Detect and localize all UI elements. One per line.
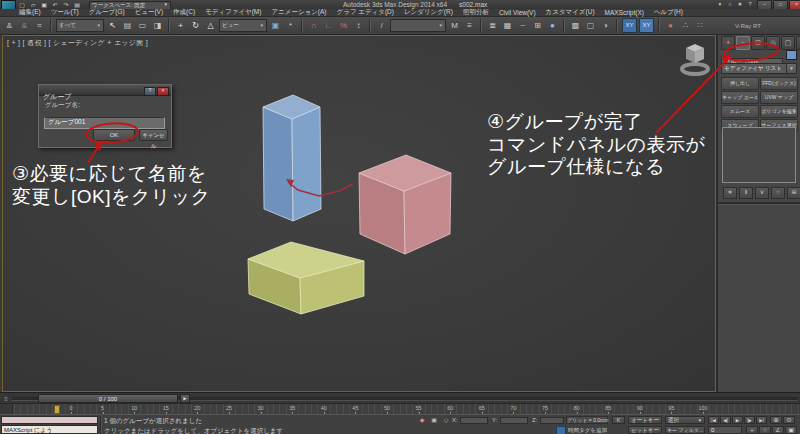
box-green[interactable]: [248, 242, 364, 314]
time-slider-handle[interactable]: 0 / 100: [38, 394, 178, 403]
mini-listener-grip-icon[interactable]: ≡: [2, 395, 10, 403]
menu-item-9[interactable]: 照明分析: [458, 8, 494, 17]
macro-recorder-field[interactable]: [1, 416, 98, 424]
modifier-stack-list[interactable]: [722, 127, 796, 183]
modifier-button-1[interactable]: FFD(ボックス): [760, 77, 798, 90]
menu-item-5[interactable]: モディファイヤ(M): [200, 8, 266, 17]
frame-number-input[interactable]: [708, 426, 742, 434]
menu-item-13[interactable]: ヘルプ(H): [649, 8, 688, 17]
snap-toggle-icon[interactable]: ∩: [307, 19, 320, 32]
named-sets-dropdown[interactable]: ▼: [390, 19, 446, 32]
current-frame-marker[interactable]: [54, 405, 60, 414]
z-coordinate-field[interactable]: [540, 417, 564, 424]
menu-item-8[interactable]: レンダリング(R): [399, 8, 458, 17]
modifier-list-dropdown[interactable]: モディファイヤ リスト ▼: [721, 63, 797, 74]
edit-named-sets-icon[interactable]: /: [375, 19, 388, 32]
fov-icon[interactable]: ∠: [772, 426, 784, 434]
select-and-link-icon[interactable]: &: [3, 19, 16, 32]
dialog-title-bar[interactable]: グループ ? ×: [39, 85, 171, 96]
prev-frame-button[interactable]: ◀|: [720, 416, 731, 424]
modifier-button-5[interactable]: ポリゴンを編集: [760, 105, 798, 118]
add-time-tag[interactable]: 時間タグを追加: [556, 426, 607, 434]
modifier-button-0[interactable]: 押し出し: [721, 77, 759, 90]
modifier-button-4[interactable]: スムーズ: [721, 105, 759, 118]
reference-coordinate-dropdown[interactable]: ビュー▼: [219, 19, 267, 32]
make-unique-icon[interactable]: ∨: [755, 187, 769, 199]
menu-item-3[interactable]: ビュー(V): [130, 8, 168, 17]
group-name-field[interactable]: [44, 110, 165, 122]
go-end-button[interactable]: ▶|: [756, 416, 767, 424]
group-name-input[interactable]: [44, 117, 165, 129]
select-object-icon[interactable]: ↖: [106, 19, 119, 32]
axis-constraint-xz-icon[interactable]: XY: [639, 18, 654, 33]
selection-set-dropdown[interactable]: 選択 ▼: [665, 416, 705, 424]
cancel-button[interactable]: キャンセル: [139, 129, 168, 141]
massfx-icon[interactable]: ●: [664, 19, 677, 32]
bind-to-spacewarp-icon[interactable]: ≈: [33, 19, 46, 32]
absolute-mode-icon[interactable]: ▣: [429, 416, 439, 424]
spinner-snap-icon[interactable]: ↕: [352, 19, 365, 32]
curve-editor-icon[interactable]: ~: [516, 19, 529, 32]
zoom-all-icon[interactable]: ⊙: [783, 416, 795, 424]
current-frame-field[interactable]: [708, 426, 742, 434]
select-by-name-icon[interactable]: ▤: [121, 19, 134, 32]
chevron-down-icon[interactable]: ▼: [786, 64, 796, 73]
viewcube-widget[interactable]: [682, 44, 708, 74]
help-icon[interactable]: ?: [746, 1, 754, 8]
layer-manager-icon[interactable]: ≣: [486, 19, 499, 32]
containers-icon[interactable]: ∷: [694, 19, 707, 32]
render-setup-icon[interactable]: ▩: [569, 19, 582, 32]
y-coordinate-field[interactable]: [500, 417, 528, 424]
select-scale-icon[interactable]: △: [204, 19, 217, 32]
object-color-swatch[interactable]: [786, 50, 797, 60]
orbit-icon[interactable]: ○: [759, 426, 771, 434]
menu-item-11[interactable]: カスタマイズ(U): [541, 8, 600, 17]
render-production-icon[interactable]: ◑: [599, 19, 612, 32]
next-frame-button[interactable]: |▶: [744, 416, 755, 424]
tab-hierarchy[interactable]: ⊟: [751, 36, 765, 50]
infocenter-search[interactable]: [612, 1, 712, 8]
box-red[interactable]: [359, 155, 451, 254]
menu-item-12[interactable]: MAXScript(X): [600, 9, 649, 16]
key-filters-button[interactable]: キー フィルタ...: [665, 426, 705, 434]
menu-item-10[interactable]: Civil View(V): [494, 9, 541, 16]
selection-filter-dropdown[interactable]: すべて▼: [56, 19, 104, 32]
unlink-selection-icon[interactable]: &: [18, 19, 31, 32]
pan-icon[interactable]: +: [746, 426, 758, 434]
menu-item-6[interactable]: アニメーション(A): [266, 8, 331, 17]
percent-snap-icon[interactable]: %: [337, 19, 350, 32]
box-blue[interactable]: [263, 95, 321, 221]
selection-lock-icon[interactable]: ◆: [417, 416, 427, 424]
tab-modify[interactable]: ~: [736, 36, 750, 50]
tab-utilities[interactable]: *: [796, 36, 800, 50]
favorites-icon[interactable]: ★: [736, 1, 744, 8]
viewcube-ring[interactable]: [682, 64, 708, 74]
selection-region-icon[interactable]: ▭: [136, 19, 149, 32]
x-coordinate-field[interactable]: [460, 417, 488, 424]
ribbon-toggle-icon[interactable]: ▦: [501, 19, 514, 32]
window-crossing-icon[interactable]: ◨: [151, 19, 164, 32]
play-button[interactable]: ▶: [732, 416, 743, 424]
box-blue-left-face[interactable]: [263, 107, 293, 221]
angle-snap-icon[interactable]: ∟: [322, 19, 335, 32]
search-icon[interactable]: ○: [726, 1, 734, 8]
menu-item-0[interactable]: 編集(E): [14, 8, 46, 17]
offset-mode-icon[interactable]: ◇: [441, 416, 451, 424]
key-mode-toggle[interactable]: K: [612, 416, 625, 424]
zoom-icon[interactable]: ⊕: [770, 416, 782, 424]
modifier-button-2[interactable]: キャップ ホール: [721, 91, 759, 104]
menu-item-1[interactable]: ツール(T): [46, 8, 84, 17]
select-rotate-icon[interactable]: ↻: [189, 19, 202, 32]
remove-modifier-icon[interactable]: ○: [771, 187, 785, 199]
show-end-result-icon[interactable]: ‖: [739, 187, 753, 199]
rendered-frame-icon[interactable]: ▢: [584, 19, 597, 32]
maxscript-listener-field[interactable]: MAXScript によう: [1, 425, 98, 434]
cat-icon[interactable]: ∴: [679, 19, 692, 32]
pin-stack-icon[interactable]: ∗: [723, 187, 737, 199]
select-manipulate-icon[interactable]: *: [284, 19, 297, 32]
box-blue-right-face[interactable]: [292, 107, 321, 221]
maximize-viewport-icon[interactable]: ▣: [785, 426, 797, 434]
material-editor-icon[interactable]: ●: [546, 19, 559, 32]
select-move-icon[interactable]: +: [174, 19, 187, 32]
tab-display[interactable]: ▢: [781, 36, 795, 50]
